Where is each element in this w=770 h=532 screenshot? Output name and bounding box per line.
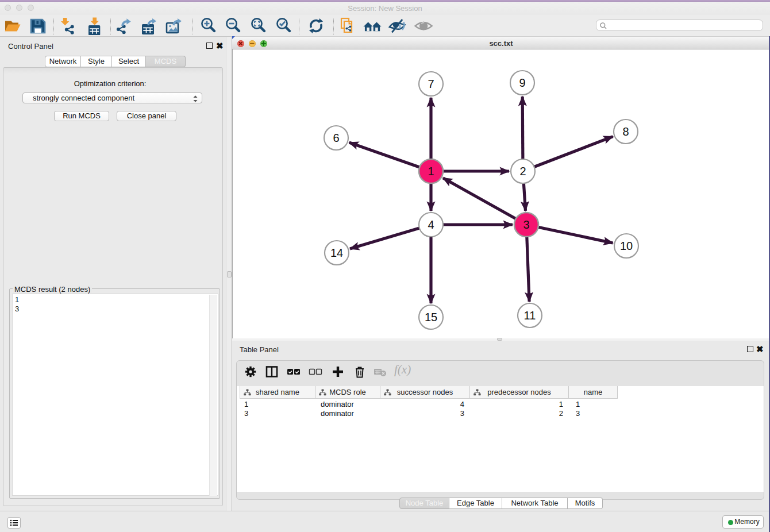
svg-text:8: 8 [622, 125, 629, 138]
svg-text:10: 10 [620, 240, 633, 252]
svg-text:15: 15 [425, 311, 437, 323]
svg-text:1: 1 [428, 165, 434, 178]
svg-text:3: 3 [523, 218, 529, 231]
svg-text:6: 6 [333, 132, 339, 144]
svg-text:9: 9 [519, 76, 525, 89]
svg-text:7: 7 [428, 78, 434, 90]
svg-text:14: 14 [330, 246, 343, 259]
svg-text:2: 2 [519, 165, 526, 178]
svg-text:11: 11 [524, 309, 536, 322]
svg-text:4: 4 [428, 218, 434, 231]
